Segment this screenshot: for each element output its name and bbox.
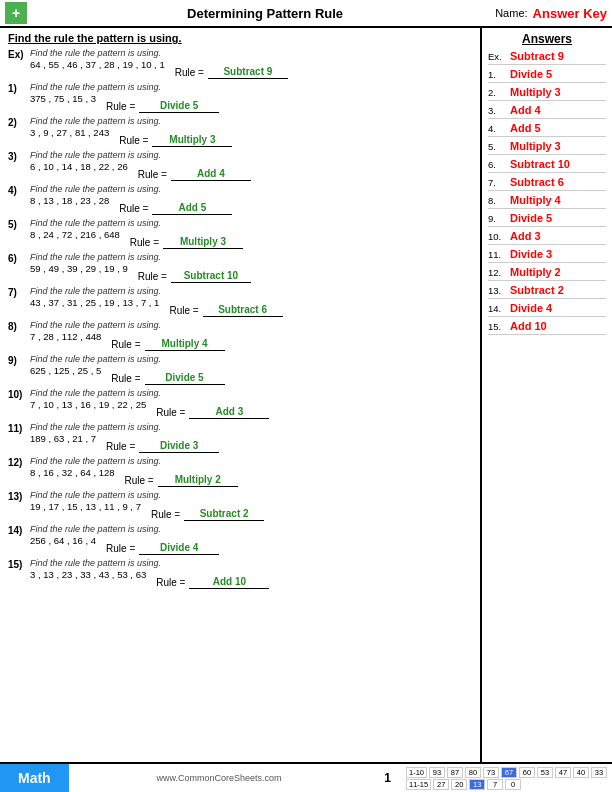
problem-sequence: 59 , 49 , 39 , 29 , 19 , 9	[30, 263, 128, 274]
rule-answer: Subtract 2	[184, 508, 264, 521]
problem-number: 6)	[8, 252, 30, 264]
problem-instruction: Find the rule the pattern is using.	[30, 48, 472, 58]
stat-cell: 11-15	[406, 779, 431, 790]
answer-value: Divide 5	[510, 68, 606, 80]
stat-cell: 87	[447, 767, 463, 778]
answer-number: 2.	[488, 87, 510, 98]
answer-value: Divide 4	[510, 302, 606, 314]
rule-answer: Multiply 4	[145, 338, 225, 351]
answer-item: 6. Subtract 10	[488, 158, 606, 173]
rule-answer: Add 10	[189, 576, 269, 589]
rule-answer: Divide 4	[139, 542, 219, 555]
rule-area: Rule = Subtract 10	[138, 262, 251, 283]
rule-label: Rule =	[138, 169, 167, 180]
answer-value: Multiply 4	[510, 194, 606, 206]
problem-row: 14) Find the rule the pattern is using. …	[8, 524, 472, 555]
rule-area: Rule = Multiply 3	[130, 228, 243, 249]
problem-content: Find the rule the pattern is using. 8 , …	[30, 184, 472, 215]
problem-instruction: Find the rule the pattern is using.	[30, 82, 472, 92]
answer-item: 14. Divide 4	[488, 302, 606, 317]
problem-instruction: Find the rule the pattern is using.	[30, 218, 472, 228]
answer-item: 3. Add 4	[488, 104, 606, 119]
answer-item: Ex. Subtract 9	[488, 50, 606, 65]
problem-sequence: 189 , 63 , 21 , 7	[30, 433, 96, 444]
problem-number: 11)	[8, 422, 30, 434]
answer-value: Add 10	[510, 320, 606, 332]
answers-container: Ex. Subtract 9 1. Divide 5 2. Multiply 3…	[488, 50, 606, 335]
problem-number: Ex)	[8, 48, 30, 60]
problem-sequence: 625 , 125 , 25 , 5	[30, 365, 101, 376]
problem-row: 1) Find the rule the pattern is using. 3…	[8, 82, 472, 113]
footer-page-number: 1	[369, 771, 406, 785]
name-label: Name:	[495, 7, 527, 19]
answer-number: 5.	[488, 141, 510, 152]
problem-row: 11) Find the rule the pattern is using. …	[8, 422, 472, 453]
answers-title: Answers	[488, 32, 606, 46]
problem-content: Find the rule the pattern is using. 189 …	[30, 422, 472, 453]
stat-cell: 47	[555, 767, 571, 778]
rule-answer: Add 5	[152, 202, 232, 215]
answer-value: Add 4	[510, 104, 606, 116]
rule-area: Rule = Divide 4	[106, 534, 219, 555]
rule-area: Rule = Add 10	[156, 568, 269, 589]
rule-area: Rule = Add 5	[119, 194, 232, 215]
answer-value: Multiply 3	[510, 140, 606, 152]
problem-instruction: Find the rule the pattern is using.	[30, 184, 472, 194]
rule-label: Rule =	[156, 407, 185, 418]
problem-content: Find the rule the pattern is using. 59 ,…	[30, 252, 472, 283]
problem-content: Find the rule the pattern is using. 7 , …	[30, 320, 472, 351]
problem-row: 10) Find the rule the pattern is using. …	[8, 388, 472, 419]
stat-cell: 93	[429, 767, 445, 778]
rule-answer: Divide 5	[145, 372, 225, 385]
stat-cell: 7	[487, 779, 503, 790]
answer-item: 2. Multiply 3	[488, 86, 606, 101]
rule-label: Rule =	[130, 237, 159, 248]
answer-number: 11.	[488, 249, 510, 260]
rule-label: Rule =	[111, 373, 140, 384]
problem-row: 2) Find the rule the pattern is using. 3…	[8, 116, 472, 147]
problem-number: 12)	[8, 456, 30, 468]
answer-number: 3.	[488, 105, 510, 116]
rule-area: Rule = Divide 5	[106, 92, 219, 113]
problem-content: Find the rule the pattern is using. 7 , …	[30, 388, 472, 419]
problem-number: 8)	[8, 320, 30, 332]
answer-item: 15. Add 10	[488, 320, 606, 335]
answer-item: 10. Add 3	[488, 230, 606, 245]
problem-row: 6) Find the rule the pattern is using. 5…	[8, 252, 472, 283]
problem-content: Find the rule the pattern is using. 3 , …	[30, 116, 472, 147]
answer-number: 9.	[488, 213, 510, 224]
problem-number: 1)	[8, 82, 30, 94]
answer-item: 13. Subtract 2	[488, 284, 606, 299]
problem-row: 12) Find the rule the pattern is using. …	[8, 456, 472, 487]
rule-label: Rule =	[175, 67, 204, 78]
footer-stats: 1-1093878073676053474033 11-1527201370	[406, 767, 612, 790]
answer-item: 8. Multiply 4	[488, 194, 606, 209]
problem-sequence: 19 , 17 , 15 , 13 , 11 , 9 , 7	[30, 501, 141, 512]
rule-answer: Subtract 10	[171, 270, 251, 283]
stats-row-2: 11-1527201370	[406, 779, 607, 790]
stat-cell: 73	[483, 767, 499, 778]
problem-number: 15)	[8, 558, 30, 570]
stat-cell: 33	[591, 767, 607, 778]
answer-value: Add 3	[510, 230, 606, 242]
problem-sequence: 43 , 37 , 31 , 25 , 19 , 13 , 7 , 1	[30, 297, 159, 308]
answer-value: Subtract 9	[510, 50, 606, 62]
problem-number: 2)	[8, 116, 30, 128]
rule-label: Rule =	[125, 475, 154, 486]
rule-area: Rule = Multiply 4	[111, 330, 224, 351]
answer-value: Multiply 2	[510, 266, 606, 278]
answer-value: Add 5	[510, 122, 606, 134]
problem-sequence: 8 , 13 , 18 , 23 , 28	[30, 195, 109, 206]
stat-cell: 40	[573, 767, 589, 778]
problem-content: Find the rule the pattern is using. 19 ,…	[30, 490, 472, 521]
answer-number: 15.	[488, 321, 510, 332]
problem-sequence: 7 , 28 , 112 , 448	[30, 331, 101, 342]
answer-number: 10.	[488, 231, 510, 242]
stat-cell: 0	[505, 779, 521, 790]
answer-value: Divide 5	[510, 212, 606, 224]
logo-icon: +	[5, 2, 27, 24]
problem-sequence: 3 , 13 , 23 , 33 , 43 , 53 , 63	[30, 569, 146, 580]
rule-label: Rule =	[106, 101, 135, 112]
answer-number: 4.	[488, 123, 510, 134]
rule-area: Rule = Multiply 3	[119, 126, 232, 147]
